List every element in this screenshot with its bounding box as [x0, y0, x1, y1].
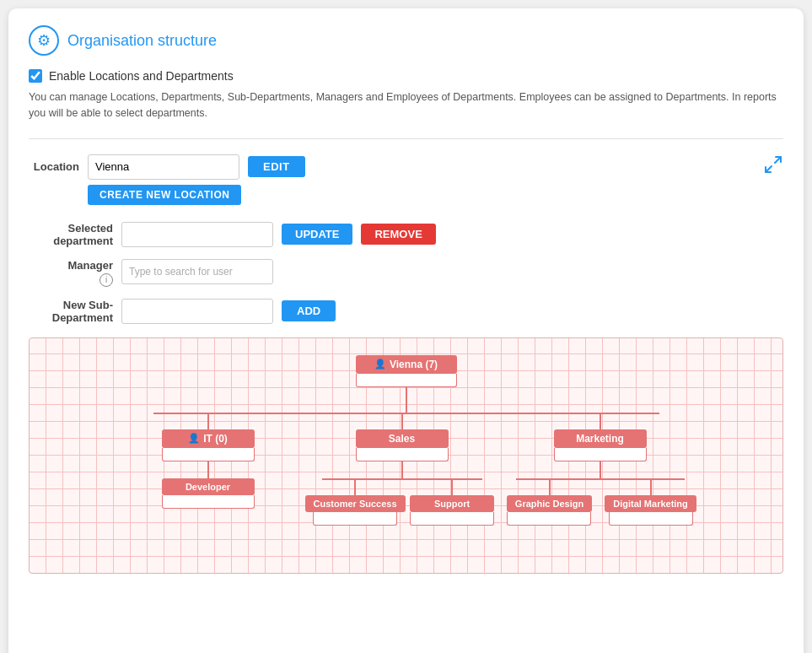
add-button[interactable]: ADD	[282, 300, 336, 321]
remove-button[interactable]: REMOVE	[361, 224, 435, 245]
form-section: Selected department UPDATE REMOVE Manage…	[29, 222, 783, 324]
new-sub-dept-row: New Sub- Department ADD	[29, 299, 783, 324]
connector-dm	[650, 478, 652, 495]
main-card: ⚙ Organisation structure Enable Location…	[8, 8, 804, 653]
sales-node-label: Sales	[389, 433, 415, 445]
developer-node[interactable]: Developer	[162, 478, 255, 509]
location-label: Location	[29, 160, 79, 173]
support-node[interactable]: Support	[410, 495, 494, 526]
connector-marketing-sub	[600, 461, 601, 478]
graphic-design-node[interactable]: Graphic Design	[507, 495, 592, 526]
customer-success-node[interactable]: Customer Success	[305, 495, 406, 526]
enable-checkbox-label[interactable]: Enable Locations and Departments	[49, 69, 234, 83]
it-node-label: IT (0)	[203, 433, 228, 445]
expand-icon[interactable]	[763, 154, 783, 179]
support-node-label: Support	[434, 499, 470, 509]
dm-node-label: Digital Marketing	[613, 499, 688, 509]
marketing-node-box[interactable]: Marketing	[554, 429, 647, 448]
connector-gd	[549, 478, 551, 495]
root-node-label: Vienna (7)	[390, 359, 438, 370]
connector-l1-marketing	[600, 413, 601, 429]
user-icon: 👤	[374, 359, 386, 370]
manager-row: Manager i	[29, 259, 783, 287]
dm-node-box[interactable]: Digital Marketing	[605, 495, 696, 512]
root-node[interactable]: 👤 Vienna (7)	[356, 355, 457, 387]
sales-node[interactable]: Sales	[356, 429, 449, 461]
sales-node-sub	[356, 448, 449, 461]
marketing-node-label: Marketing	[576, 433, 624, 445]
developer-node-sub	[162, 495, 255, 509]
settings-icon: ⚙	[29, 25, 59, 56]
svg-line-0	[775, 157, 781, 163]
connector-sales-sub	[401, 461, 403, 478]
manager-label-wrap: Manager i	[29, 259, 113, 287]
connector-cs	[354, 478, 356, 495]
new-sub-dept-label: New Sub- Department	[29, 299, 113, 324]
edit-button[interactable]: EDIT	[248, 156, 305, 177]
connector-l1-sales	[401, 413, 403, 429]
root-node-box[interactable]: 👤 Vienna (7)	[356, 355, 457, 374]
it-node[interactable]: 👤 IT (0)	[162, 429, 255, 461]
header: ⚙ Organisation structure	[29, 25, 783, 56]
gd-node-sub	[507, 512, 591, 526]
selected-dept-input[interactable]	[121, 222, 273, 247]
cs-node-sub	[313, 512, 397, 526]
cs-node-box[interactable]: Customer Success	[305, 495, 406, 512]
divider	[29, 138, 783, 139]
cs-node-label: Customer Success	[314, 499, 397, 509]
page-title: Organisation structure	[67, 32, 217, 50]
update-button[interactable]: UPDATE	[282, 224, 352, 245]
connector-l1-it	[207, 413, 209, 429]
root-node-sub	[356, 374, 457, 387]
connector-root-l1	[406, 387, 407, 413]
manager-label: Manager	[68, 259, 113, 272]
developer-node-box[interactable]: Developer	[162, 478, 255, 495]
location-row: Location EDIT	[29, 154, 783, 180]
it-user-icon: 👤	[188, 433, 200, 444]
info-icon: i	[99, 273, 113, 287]
marketing-node-sub	[554, 448, 647, 461]
sales-node-box[interactable]: Sales	[356, 429, 449, 448]
selected-dept-row: Selected department UPDATE REMOVE	[29, 222, 783, 247]
create-new-location-button[interactable]: CREATE NEW LOCATION	[88, 185, 241, 205]
it-node-box[interactable]: 👤 IT (0)	[162, 429, 255, 448]
h-connector-marketing	[516, 478, 685, 480]
support-node-sub	[410, 512, 494, 526]
connector-support	[451, 478, 453, 495]
it-node-sub	[162, 448, 255, 461]
developer-node-label: Developer	[186, 482, 230, 492]
svg-line-1	[766, 166, 772, 172]
digital-marketing-node[interactable]: Digital Marketing	[605, 495, 696, 526]
support-node-box[interactable]: Support	[410, 495, 494, 512]
enable-checkbox-row: Enable Locations and Departments	[29, 69, 783, 83]
h-connector-l1	[153, 413, 659, 414]
connector-it-dev	[207, 461, 209, 478]
description-text: You can manage Locations, Departments, S…	[29, 89, 783, 121]
org-tree-area: 👤 Vienna (7) 👤	[29, 337, 783, 574]
location-input[interactable]	[88, 154, 239, 180]
gd-node-box[interactable]: Graphic Design	[507, 495, 592, 512]
manager-search-input[interactable]	[121, 259, 273, 284]
selected-dept-label: Selected department	[29, 222, 113, 247]
h-connector-sales	[322, 478, 482, 480]
dm-node-sub	[609, 512, 693, 526]
marketing-node[interactable]: Marketing	[554, 429, 647, 461]
enable-checkbox[interactable]	[29, 69, 42, 83]
gd-node-label: Graphic Design	[515, 499, 583, 509]
new-sub-dept-input[interactable]	[121, 299, 273, 324]
